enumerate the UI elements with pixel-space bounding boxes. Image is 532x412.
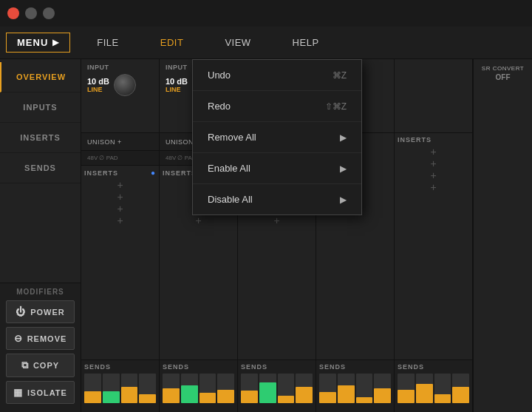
channel-1-phantom-label: 48V ∅ PAD — [87, 155, 118, 161]
channel-4-sends-header: SENDS — [319, 363, 391, 371]
channel-3-insert-slot-4[interactable]: + — [241, 215, 313, 226]
channel-1-db: 10 dB — [87, 77, 109, 86]
channel-3-fader-2[interactable] — [259, 374, 276, 403]
channel-1-line: LINE — [87, 86, 109, 93]
content-area: INPUT 10 dB LINE UNISON + 48V ∅ PAD — [81, 59, 473, 412]
channel-1-fader-3[interactable] — [121, 374, 138, 403]
channel-1-fader-2[interactable] — [103, 374, 120, 403]
sidebar: OVERVIEW INPUTS INSERTS SENDS MODIFIERS … — [0, 59, 81, 412]
menu-enable-all[interactable]: Enable All ▶ — [193, 153, 361, 184]
channel-1-fader-4[interactable] — [139, 374, 156, 403]
channel-4-fader-3[interactable] — [356, 374, 373, 403]
sidebar-item-sends[interactable]: SENDS — [0, 153, 81, 183]
copy-icon: ⧉ — [21, 359, 29, 371]
channel-4-fader-2[interactable] — [338, 374, 355, 403]
copy-button[interactable]: ⧉ COPY — [6, 354, 75, 377]
sr-convert-label: SR CONVERT — [482, 65, 524, 72]
channel-1-sends-header: SENDS — [84, 363, 156, 371]
channel-4-fader-1[interactable] — [319, 374, 336, 403]
redo-label: Redo — [208, 101, 231, 112]
sidebar-nav: OVERVIEW INPUTS INSERTS SENDS — [0, 59, 81, 283]
channel-5-insert-slot-4[interactable]: + — [398, 181, 469, 193]
channel-1-phantom: 48V ∅ PAD — [81, 151, 159, 166]
channel-1-insert-slot-3[interactable]: + — [84, 203, 156, 215]
remove-label: REMOVE — [27, 334, 67, 343]
isolate-button[interactable]: ▦ ISOLATE — [6, 381, 75, 404]
channel-1-fader-1[interactable] — [84, 374, 101, 403]
channel-1-unison: UNISON + — [81, 133, 159, 151]
menu-main-button[interactable]: MENU ▶ — [6, 33, 70, 53]
channel-1-insert-slot-2[interactable]: + — [84, 191, 156, 203]
isolate-label: ISOLATE — [27, 388, 67, 397]
channel-5-input — [395, 59, 472, 133]
channel-2-insert-slot-4[interactable]: + — [163, 215, 234, 226]
menu-edit[interactable]: EDIT — [140, 27, 205, 58]
channel-5-insert-slot-3[interactable]: + — [398, 169, 469, 181]
copy-label: COPY — [33, 361, 59, 370]
channel-5-sends: SENDS — [395, 360, 472, 412]
sr-convert-value: OFF — [496, 73, 511, 81]
modifiers-label: MODIFIERS — [6, 288, 75, 296]
sidebar-item-overview[interactable]: OVERVIEW — [0, 62, 81, 92]
channel-3-fader-3[interactable] — [278, 374, 295, 403]
channel-5-sends-header: SENDS — [398, 363, 469, 371]
channel-2-sends: SENDS — [160, 360, 237, 412]
disable-all-arrow-icon: ▶ — [340, 195, 347, 205]
enable-all-arrow-icon: ▶ — [340, 163, 347, 174]
disable-all-label: Disable All — [208, 194, 253, 205]
channel-5-fader-2[interactable] — [416, 374, 433, 403]
channel-1-sends-faders — [84, 374, 156, 403]
channel-5-insert-slot-1[interactable]: + — [398, 146, 469, 158]
channel-1-sends: SENDS — [81, 360, 159, 412]
redo-shortcut: ⇧⌘Z — [325, 101, 347, 112]
menu-undo[interactable]: Undo ⌘Z — [193, 60, 361, 91]
menu-remove-all[interactable]: Remove All ▶ — [193, 122, 361, 153]
minimize-button[interactable] — [25, 7, 37, 19]
menu-help[interactable]: HELP — [272, 27, 340, 58]
power-icon: ⏻ — [16, 306, 26, 317]
channel-3-fader-1[interactable] — [241, 374, 258, 403]
menu-redo[interactable]: Redo ⇧⌘Z — [193, 91, 361, 122]
channel-3-sends-header: SENDS — [241, 363, 313, 371]
channel-4-fader-4[interactable] — [374, 374, 391, 403]
channel-2-fader-2[interactable] — [181, 374, 198, 403]
channel-3-sends: SENDS — [238, 360, 316, 412]
channel-2-sends-header: SENDS — [163, 363, 234, 371]
channel-1: INPUT 10 dB LINE UNISON + 48V ∅ PAD — [81, 59, 160, 412]
channel-3-fader-4[interactable] — [296, 374, 313, 403]
channel-1-input-label: INPUT — [87, 64, 153, 71]
channel-2-fader-1[interactable] — [163, 374, 180, 403]
menu-bar: MENU ▶ FILE EDIT VIEW HELP — [0, 27, 532, 59]
channel-5-insert-slot-2[interactable]: + — [398, 158, 469, 169]
channel-2-sends-faders — [163, 374, 234, 403]
channel-2-fader-4[interactable] — [217, 374, 234, 403]
channel-5-fader-3[interactable] — [434, 374, 451, 403]
close-button[interactable] — [7, 7, 19, 19]
channel-5-fader-1[interactable] — [398, 374, 415, 403]
channel-4-sends-faders — [319, 374, 391, 403]
maximize-button[interactable] — [43, 7, 55, 19]
channel-1-knob[interactable] — [114, 74, 136, 96]
remove-all-label: Remove All — [208, 132, 256, 143]
sidebar-item-inserts[interactable]: INSERTS — [0, 123, 81, 153]
channel-1-insert-dot: ● — [151, 169, 156, 177]
channel-2-db: 10 dB — [166, 77, 188, 86]
menu-file[interactable]: FILE — [76, 27, 139, 58]
channel-5-fader-4[interactable] — [452, 374, 469, 403]
channel-1-inserts-header: INSERTS ● — [84, 169, 156, 177]
isolate-icon: ▦ — [13, 387, 23, 398]
menu-disable-all[interactable]: Disable All ▶ — [193, 184, 361, 215]
channel-2-fader-3[interactable] — [200, 374, 216, 403]
channel-5-sends-faders — [398, 374, 469, 403]
channel-5-inserts-header: INSERTS — [398, 136, 469, 143]
channel-1-insert-slot-4[interactable]: + — [84, 215, 156, 226]
channel-2-line: LINE — [166, 86, 188, 93]
power-button[interactable]: ⏻ POWER — [6, 300, 75, 323]
edit-dropdown-menu: Undo ⌘Z Redo ⇧⌘Z Remove All ▶ Enable All… — [192, 59, 362, 215]
menu-view[interactable]: VIEW — [204, 27, 271, 58]
channel-1-insert-slot-1[interactable]: + — [84, 179, 156, 191]
enable-all-label: Enable All — [208, 163, 250, 174]
menu-main-arrow-icon: ▶ — [52, 38, 59, 47]
sidebar-item-inputs[interactable]: INPUTS — [0, 92, 81, 123]
remove-button[interactable]: ⊖ REMOVE — [6, 327, 75, 350]
